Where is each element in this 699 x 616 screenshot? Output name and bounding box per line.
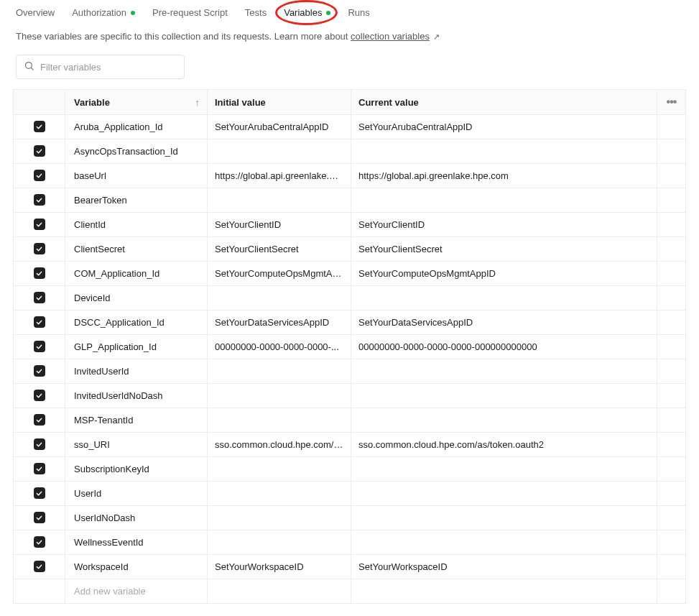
checkbox-checked-icon[interactable] bbox=[34, 267, 45, 279]
row-initial-cell[interactable]: sso.common.cloud.hpe.com/a... bbox=[208, 433, 351, 457]
row-checkbox-cell[interactable] bbox=[14, 262, 65, 286]
checkbox-checked-icon[interactable] bbox=[34, 365, 45, 377]
add-row-empty[interactable] bbox=[657, 579, 686, 604]
row-variable-cell[interactable]: ClientId bbox=[65, 213, 208, 237]
header-initial[interactable]: Initial value bbox=[208, 90, 351, 115]
row-variable-cell[interactable]: COM_Application_Id bbox=[65, 262, 208, 286]
row-initial-cell[interactable] bbox=[208, 506, 351, 530]
row-current-cell[interactable] bbox=[351, 506, 657, 530]
row-initial-cell[interactable]: SetYourClientID bbox=[208, 213, 351, 237]
checkbox-checked-icon[interactable] bbox=[34, 390, 45, 401]
checkbox-checked-icon[interactable] bbox=[34, 438, 45, 450]
row-variable-cell[interactable]: WorkspaceId bbox=[65, 555, 208, 579]
header-current[interactable]: Current value bbox=[351, 90, 657, 115]
row-current-cell[interactable]: SetYourClientID bbox=[351, 213, 657, 237]
row-checkbox-cell[interactable] bbox=[14, 286, 65, 311]
row-variable-cell[interactable]: baseUrl bbox=[65, 164, 208, 188]
row-variable-cell[interactable]: sso_URI bbox=[65, 433, 208, 457]
row-variable-cell[interactable]: UserIdNoDash bbox=[65, 506, 208, 530]
checkbox-checked-icon[interactable] bbox=[34, 561, 45, 572]
add-variable-cell[interactable]: Add new variable bbox=[65, 579, 208, 604]
row-checkbox-cell[interactable] bbox=[14, 213, 65, 237]
row-initial-cell[interactable]: https://global.api.greenlake.hp... bbox=[208, 164, 351, 188]
row-initial-cell[interactable]: 00000000-0000-0000-0000-... bbox=[208, 335, 351, 359]
row-checkbox-cell[interactable] bbox=[14, 457, 65, 482]
row-checkbox-cell[interactable] bbox=[14, 408, 65, 433]
row-current-cell[interactable]: 00000000-0000-0000-0000-000000000000 bbox=[351, 335, 657, 359]
row-initial-cell[interactable] bbox=[208, 188, 351, 213]
sort-ascending-icon[interactable]: ↑ bbox=[195, 97, 200, 108]
row-current-cell[interactable] bbox=[351, 530, 657, 555]
tab-variables[interactable]: Variables bbox=[284, 7, 330, 18]
row-initial-cell[interactable] bbox=[208, 457, 351, 482]
row-checkbox-cell[interactable] bbox=[14, 433, 65, 457]
row-variable-cell[interactable]: WellnessEventId bbox=[65, 530, 208, 555]
row-initial-cell[interactable] bbox=[208, 530, 351, 555]
checkbox-checked-icon[interactable] bbox=[34, 170, 45, 181]
checkbox-checked-icon[interactable] bbox=[34, 414, 45, 426]
row-current-cell[interactable] bbox=[351, 457, 657, 482]
row-checkbox-cell[interactable] bbox=[14, 555, 65, 579]
row-initial-cell[interactable] bbox=[208, 139, 351, 164]
row-initial-cell[interactable] bbox=[208, 359, 351, 384]
row-initial-cell[interactable] bbox=[208, 482, 351, 506]
row-checkbox-cell[interactable] bbox=[14, 115, 65, 139]
row-current-cell[interactable] bbox=[351, 408, 657, 433]
search-box[interactable] bbox=[16, 55, 185, 79]
row-checkbox-cell[interactable] bbox=[14, 164, 65, 188]
row-current-cell[interactable] bbox=[351, 482, 657, 506]
row-current-cell[interactable] bbox=[351, 188, 657, 213]
row-checkbox-cell[interactable] bbox=[14, 506, 65, 530]
row-current-cell[interactable]: SetYourComputeOpsMgmtAppID bbox=[351, 262, 657, 286]
row-current-cell[interactable]: SetYourWorkspaceID bbox=[351, 555, 657, 579]
row-initial-cell[interactable]: SetYourClientSecret bbox=[208, 237, 351, 262]
row-variable-cell[interactable]: InvitedUserId bbox=[65, 359, 208, 384]
row-checkbox-cell[interactable] bbox=[14, 482, 65, 506]
row-current-cell[interactable]: SetYourArubaCentralAppID bbox=[351, 115, 657, 139]
tab-prerequest[interactable]: Pre-request Script bbox=[152, 7, 228, 18]
header-more-actions[interactable]: ••• bbox=[657, 90, 686, 115]
row-variable-cell[interactable]: UserId bbox=[65, 482, 208, 506]
row-checkbox-cell[interactable] bbox=[14, 237, 65, 262]
row-variable-cell[interactable]: MSP-TenantId bbox=[65, 408, 208, 433]
checkbox-checked-icon[interactable] bbox=[34, 487, 45, 499]
row-variable-cell[interactable]: GLP_Application_Id bbox=[65, 335, 208, 359]
checkbox-checked-icon[interactable] bbox=[34, 145, 45, 157]
row-current-cell[interactable] bbox=[351, 139, 657, 164]
row-current-cell[interactable] bbox=[351, 359, 657, 384]
row-variable-cell[interactable]: DeviceId bbox=[65, 286, 208, 311]
tab-authorization[interactable]: Authorization bbox=[72, 7, 135, 18]
row-current-cell[interactable] bbox=[351, 384, 657, 408]
row-current-cell[interactable]: https://global.api.greenlake.hpe.com bbox=[351, 164, 657, 188]
row-initial-cell[interactable]: SetYourWorkspaceID bbox=[208, 555, 351, 579]
row-variable-cell[interactable]: SubscriptionKeyId bbox=[65, 457, 208, 482]
checkbox-checked-icon[interactable] bbox=[34, 194, 45, 206]
checkbox-checked-icon[interactable] bbox=[34, 219, 45, 230]
row-variable-cell[interactable]: ClientSecret bbox=[65, 237, 208, 262]
checkbox-checked-icon[interactable] bbox=[34, 512, 45, 523]
tab-overview[interactable]: Overview bbox=[16, 7, 55, 18]
add-row-empty[interactable] bbox=[351, 579, 657, 604]
checkbox-checked-icon[interactable] bbox=[34, 292, 45, 303]
row-checkbox-cell[interactable] bbox=[14, 384, 65, 408]
row-variable-cell[interactable]: AsyncOpsTransaction_Id bbox=[65, 139, 208, 164]
row-initial-cell[interactable] bbox=[208, 286, 351, 311]
checkbox-checked-icon[interactable] bbox=[34, 536, 45, 548]
checkbox-checked-icon[interactable] bbox=[34, 121, 45, 132]
tab-runs[interactable]: Runs bbox=[348, 7, 369, 18]
add-row-empty[interactable] bbox=[208, 579, 351, 604]
row-initial-cell[interactable]: SetYourArubaCentralAppID bbox=[208, 115, 351, 139]
checkbox-checked-icon[interactable] bbox=[34, 243, 45, 254]
row-variable-cell[interactable]: DSCC_Application_Id bbox=[65, 311, 208, 335]
row-checkbox-cell[interactable] bbox=[14, 335, 65, 359]
row-checkbox-cell[interactable] bbox=[14, 359, 65, 384]
row-initial-cell[interactable] bbox=[208, 384, 351, 408]
row-checkbox-cell[interactable] bbox=[14, 188, 65, 213]
tab-tests[interactable]: Tests bbox=[245, 7, 267, 18]
row-checkbox-cell[interactable] bbox=[14, 530, 65, 555]
row-current-cell[interactable]: sso.common.cloud.hpe.com/as/token.oauth2 bbox=[351, 433, 657, 457]
row-current-cell[interactable]: SetYourDataServicesAppID bbox=[351, 311, 657, 335]
row-checkbox-cell[interactable] bbox=[14, 139, 65, 164]
row-initial-cell[interactable]: SetYourDataServicesAppID bbox=[208, 311, 351, 335]
add-variable-row[interactable]: Add new variable bbox=[14, 579, 686, 604]
